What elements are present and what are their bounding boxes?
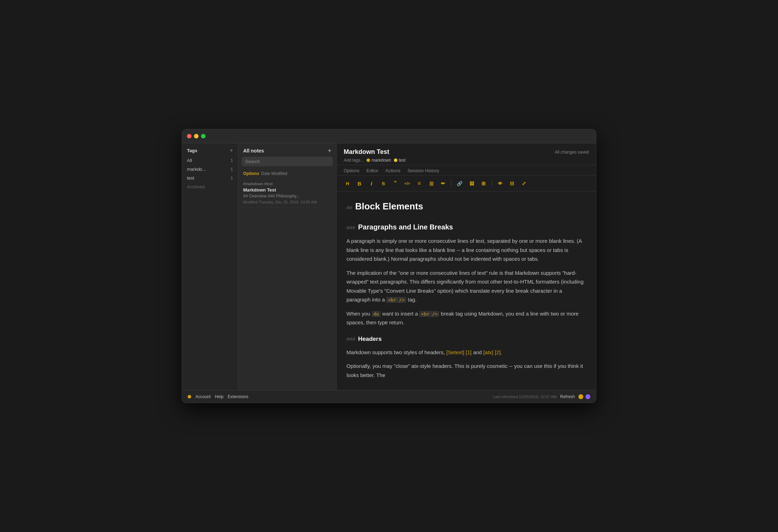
app-window: Tags + All 1 markdo... 1 test 1 Archived…: [182, 129, 596, 403]
bottom-icons: [578, 394, 590, 399]
tag-test[interactable]: test: [394, 158, 406, 163]
sidebar-item-archived[interactable]: Archived: [182, 182, 238, 191]
account-dot: [188, 395, 191, 398]
extensions-button[interactable]: Extensions: [228, 394, 248, 399]
add-tags-button[interactable]: Add tags...: [344, 158, 364, 163]
note-item[interactable]: #markdown #test Markdown Test ## Overvie…: [238, 178, 336, 208]
note-preview: ## Overview ### Philosophy...: [243, 194, 331, 199]
italic-button[interactable]: I: [366, 179, 377, 188]
split-view-button[interactable]: ⊟: [507, 179, 517, 188]
heading-button[interactable]: H: [342, 179, 353, 188]
paragraph-5: Optionally, you may "close" atx-style he…: [346, 362, 586, 379]
paragraph-2: The implication of the "one or more cons…: [346, 268, 586, 304]
unordered-list-button[interactable]: ≡: [414, 179, 424, 188]
main-layout: Tags + All 1 markdo... 1 test 1 Archived…: [182, 143, 596, 390]
refresh-info: Last refreshed 12/25/2018, 10:07 AM: [493, 395, 557, 399]
tag-markdown[interactable]: markdown: [367, 158, 391, 163]
table-button[interactable]: ⊞: [478, 179, 489, 188]
sort-value-label: Date Modified: [261, 171, 287, 176]
sidebar-all-label: All: [187, 158, 231, 163]
search-bar: [242, 157, 333, 166]
expand-button[interactable]: ⤢: [519, 179, 529, 188]
editor-title-row: Markdown Test All changes saved: [344, 148, 589, 156]
paragraph-3: When you do want to insert a <br /> brea…: [346, 309, 586, 327]
title-bar: [182, 129, 596, 143]
note-date: Modified Tuesday, Dec 25, 2018, 10:05 AM: [243, 200, 331, 204]
editor-header: Markdown Test All changes saved Add tags…: [337, 143, 596, 165]
help-button[interactable]: Help: [215, 394, 223, 399]
sort-options-label[interactable]: Options: [243, 171, 259, 176]
search-input[interactable]: [242, 157, 333, 166]
tag-dot-test: [394, 158, 397, 162]
editor-content[interactable]: ## Block Elements ### Paragraphs and Lin…: [337, 192, 596, 390]
sidebar-markdown-count: 1: [231, 167, 233, 172]
toolbar-separator-2: [492, 180, 492, 187]
heading-paragraphs: ### Paragraphs and Line Breaks: [346, 221, 586, 233]
sidebar-markdown-label: markdo...: [187, 167, 231, 172]
heading-headers: ### Headers: [346, 334, 586, 344]
h4-hash: ###: [346, 335, 355, 344]
sidebar-test-count: 1: [231, 176, 233, 181]
editor-tags-row: Add tags... markdown test: [344, 158, 589, 163]
bold-button[interactable]: B: [354, 179, 365, 188]
heading-block-elements: ## Block Elements: [346, 199, 586, 214]
notes-list-title: All notes: [243, 148, 328, 154]
paragraph-4: Markdown supports two styles of headers,…: [346, 348, 586, 357]
para2-end: tag.: [406, 297, 416, 303]
h2-text: Block Elements: [355, 199, 423, 214]
add-tag-button[interactable]: +: [230, 148, 233, 153]
close-button[interactable]: [187, 134, 192, 138]
tab-session-history[interactable]: Session History: [407, 168, 439, 175]
preview-button[interactable]: 👁: [495, 179, 505, 188]
para3-code1: do: [372, 311, 381, 317]
account-button[interactable]: Account: [195, 394, 210, 399]
setext-link[interactable]: [Setext] [1]: [446, 349, 472, 355]
sync-icon[interactable]: [578, 394, 583, 399]
minimize-button[interactable]: [194, 134, 199, 138]
para3-code2: <br />: [419, 311, 439, 317]
link-button[interactable]: 🔗: [454, 179, 465, 188]
bottom-right: Last refreshed 12/25/2018, 10:07 AM Refr…: [493, 394, 590, 399]
sidebar-all-count: 1: [231, 158, 233, 163]
tab-actions[interactable]: Actions: [385, 168, 401, 175]
refresh-button[interactable]: Refresh: [560, 394, 575, 399]
theme-icon[interactable]: [585, 394, 590, 399]
fullscreen-button[interactable]: [201, 134, 206, 138]
sort-bar: Options Date Modified: [238, 170, 336, 178]
sidebar-test-label: test: [187, 175, 231, 181]
notes-list-panel: All notes + Options Date Modified #markd…: [238, 143, 337, 390]
bottom-left: Account Help Extensions: [188, 394, 493, 399]
tag-test-label: test: [399, 158, 406, 163]
sidebar: Tags + All 1 markdo... 1 test 1 Archived: [182, 143, 238, 390]
sidebar-item-all[interactable]: All 1: [182, 156, 238, 165]
new-note-button[interactable]: +: [328, 148, 331, 154]
tab-editor[interactable]: Editor: [367, 168, 378, 175]
tag-dot-markdown: [367, 158, 370, 162]
sidebar-archived-label: Archived: [187, 184, 205, 189]
para4-end: .: [501, 349, 502, 355]
tab-options[interactable]: Options: [344, 168, 359, 175]
para3-start: When you: [346, 311, 372, 317]
paragraph-1: A paragraph is simply one or more consec…: [346, 236, 586, 264]
traffic-lights: [187, 134, 206, 138]
para4-mid: and: [472, 349, 483, 355]
h3-text: Paragraphs and Line Breaks: [358, 221, 453, 233]
para3-mid: want to insert a: [381, 311, 419, 317]
para4-start: Markdown supports two styles of headers,: [346, 349, 446, 355]
para2-start: The implication of the "one or more cons…: [346, 270, 583, 303]
editor-toolbar: H B I S " </> ≡ ≣ ✏ 🔗 🖼 ⊞ 👁 ⊟ ⤢: [337, 176, 596, 192]
sidebar-item-test[interactable]: test 1: [182, 174, 238, 182]
tag-markdown-label: markdown: [371, 158, 391, 163]
quote-button[interactable]: ": [390, 179, 401, 188]
image-button[interactable]: 🖼: [466, 179, 477, 188]
code-button[interactable]: </>: [402, 179, 413, 188]
strikethrough-button[interactable]: S: [378, 179, 389, 188]
tags-header: Tags +: [182, 143, 238, 156]
sidebar-item-markdown[interactable]: markdo... 1: [182, 165, 238, 174]
ordered-list-button[interactable]: ≣: [426, 179, 436, 188]
h2-hash: ##: [346, 203, 352, 212]
note-title: Markdown Test: [243, 187, 331, 193]
editor-saved-status: All changes saved: [555, 150, 589, 155]
highlight-button[interactable]: ✏: [438, 179, 448, 188]
atx-link[interactable]: [atx] [2]: [483, 349, 500, 355]
